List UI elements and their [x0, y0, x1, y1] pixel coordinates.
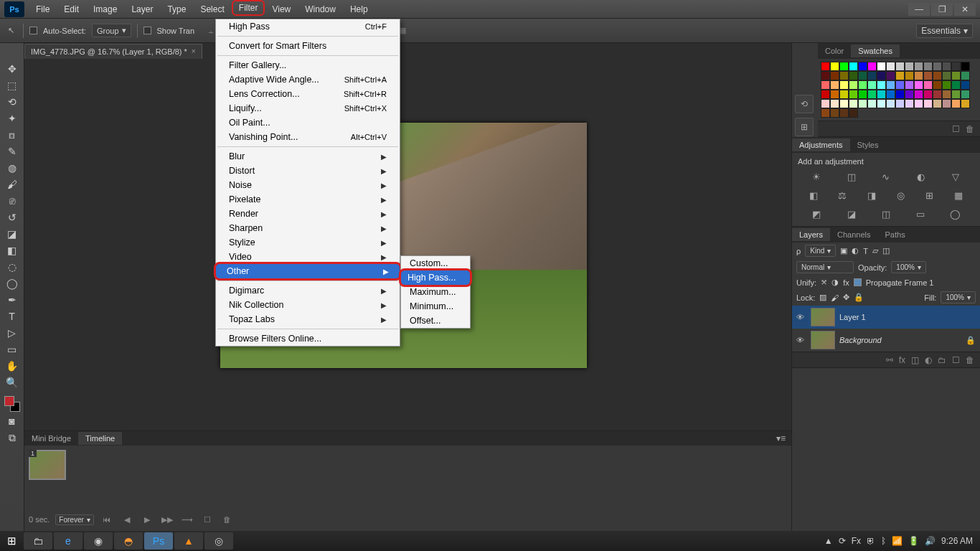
swatch[interactable] [923, 80, 933, 90]
menu-item-high-pass[interactable]: High PassCtrl+F [216, 19, 400, 34]
swatch[interactable] [914, 80, 923, 90]
swatch[interactable] [886, 62, 895, 71]
color-swatch[interactable] [4, 396, 20, 412]
document-tab[interactable]: IMG_4778.JPG @ 16.7% (Layer 1, RGB/8) * … [24, 44, 202, 59]
swatch[interactable] [942, 90, 951, 99]
new-layer-icon[interactable]: ☐ [952, 355, 960, 365]
swatch[interactable] [914, 90, 923, 99]
swatch[interactable] [923, 90, 933, 99]
frame-duration[interactable]: 0 sec. [29, 515, 50, 524]
first-frame-button[interactable]: ⏮ [100, 515, 114, 524]
marquee-tool[interactable]: ⬚ [3, 78, 22, 93]
delete-swatch-icon[interactable]: 🗑 [966, 124, 974, 134]
tab-styles[interactable]: Styles [850, 138, 886, 151]
lasso-tool[interactable]: ⟲ [3, 95, 22, 109]
tray-clock[interactable]: 9:26 AM [941, 536, 973, 546]
swatch[interactable] [942, 62, 951, 71]
unify-pos-icon[interactable]: ⤧ [821, 278, 827, 287]
tab-timeline[interactable]: Timeline [78, 432, 122, 445]
menu-item-stylize[interactable]: Stylize▶ [216, 235, 400, 250]
play-button[interactable]: ▶ [140, 515, 154, 524]
lock-paint-icon[interactable]: 🖌 [831, 293, 839, 302]
submenu-item-high-pass[interactable]: High Pass... [399, 268, 472, 287]
menu-item-blur[interactable]: Blur▶ [216, 149, 400, 164]
menu-window[interactable]: Window [298, 0, 343, 18]
menu-item-liquify[interactable]: Liquify...Shift+Ctrl+X [216, 101, 400, 116]
lock-position-icon[interactable]: ✥ [843, 293, 849, 302]
opacity-input[interactable]: 100% ▾ [891, 261, 926, 273]
swatch[interactable] [858, 99, 867, 108]
swatch[interactable] [905, 62, 914, 71]
swatch[interactable] [905, 80, 914, 90]
properties-panel-icon[interactable]: ⊞ [795, 118, 814, 136]
unify-vis-icon[interactable]: ◑ [831, 278, 839, 287]
menu-help[interactable]: Help [343, 0, 375, 18]
taskbar-app[interactable]: ◎ [204, 532, 233, 550]
swatch[interactable] [905, 71, 914, 80]
start-button[interactable]: ⊞ [0, 531, 23, 551]
blend-mode-dropdown[interactable]: Normal ▾ [796, 261, 854, 273]
swatch[interactable] [877, 99, 886, 108]
layer-mask-icon[interactable]: ◫ [911, 355, 919, 365]
blur-tool[interactable]: ◌ [3, 260, 22, 274]
swatch[interactable] [821, 90, 830, 99]
swatch[interactable] [867, 80, 877, 90]
canvas-area[interactable] [24, 59, 791, 430]
tray-sync-icon[interactable]: ⟳ [839, 536, 846, 546]
path-select-tool[interactable]: ▷ [3, 326, 22, 340]
hue-icon[interactable]: ◧ [806, 189, 821, 202]
brightness-icon[interactable]: ☀ [809, 170, 824, 183]
propagate-checkbox[interactable] [854, 278, 862, 286]
quickmask-tool[interactable]: ◙ [3, 414, 22, 428]
workspace-dropdown[interactable]: Essentials ▾ [916, 24, 973, 38]
swatch[interactable] [933, 62, 942, 71]
swatch[interactable] [961, 71, 970, 80]
swatch[interactable] [867, 90, 877, 99]
menu-item-topaz-labs[interactable]: Topaz Labs▶ [216, 312, 400, 326]
type-tool[interactable]: T [3, 309, 22, 324]
swatch[interactable] [933, 90, 942, 99]
menu-item-sharpen[interactable]: Sharpen▶ [216, 221, 400, 235]
swatch[interactable] [877, 71, 886, 80]
colbal-icon[interactable]: ⚖ [834, 189, 850, 202]
swatch[interactable] [858, 80, 867, 90]
swatch[interactable] [849, 71, 858, 80]
fill-input[interactable]: 100% ▾ [941, 291, 976, 303]
gradient-tool[interactable]: ◧ [3, 243, 22, 258]
minimize-button[interactable]: — [908, 3, 930, 16]
menu-select[interactable]: Select [193, 0, 231, 18]
bw-icon[interactable]: ◨ [864, 189, 880, 202]
tray-shield-icon[interactable]: ⛨ [867, 536, 875, 546]
swatch[interactable] [951, 71, 961, 80]
swatch[interactable] [923, 62, 933, 71]
swatch[interactable] [961, 80, 970, 90]
next-frame-button[interactable]: ▶▶ [160, 515, 174, 524]
menu-item-convert-for-smart-filters[interactable]: Convert for Smart Filters [216, 39, 400, 53]
swatch[interactable] [886, 80, 895, 90]
showtransform-checkbox[interactable] [143, 27, 151, 34]
swatch[interactable] [839, 108, 849, 118]
unify-style-icon[interactable]: fx [843, 278, 849, 287]
menu-item-nik-collection[interactable]: Nik Collection▶ [216, 298, 400, 312]
tween-button[interactable]: ⟿ [180, 515, 194, 524]
swatch[interactable] [961, 90, 970, 99]
threshold-icon[interactable]: ◫ [878, 207, 894, 220]
tab-swatches[interactable]: Swatches [851, 44, 900, 57]
menu-item-browse-filters-online[interactable]: Browse Filters Online... [216, 331, 400, 346]
photo-filter-icon[interactable]: ◎ [892, 189, 908, 202]
close-tab-icon[interactable]: × [192, 47, 196, 55]
move-tool[interactable]: ✥ [3, 62, 22, 76]
taskbar-explorer[interactable]: 🗀 [24, 532, 52, 550]
swatch[interactable] [951, 99, 961, 108]
levels-icon[interactable]: ◫ [844, 170, 859, 183]
lock-all-icon[interactable]: 🔒 [854, 293, 864, 302]
delete-layer-icon[interactable]: 🗑 [966, 355, 974, 365]
pen-tool[interactable]: ✒ [3, 293, 22, 307]
filter-smart-icon[interactable]: ◫ [882, 246, 890, 255]
visibility-icon[interactable]: 👁 [796, 336, 806, 344]
swatch[interactable] [886, 71, 895, 80]
swatch[interactable] [914, 71, 923, 80]
fill-layer-icon[interactable]: ◐ [925, 355, 932, 365]
autoselect-checkbox[interactable] [29, 27, 37, 34]
menu-filter[interactable]: Filter [232, 0, 265, 16]
